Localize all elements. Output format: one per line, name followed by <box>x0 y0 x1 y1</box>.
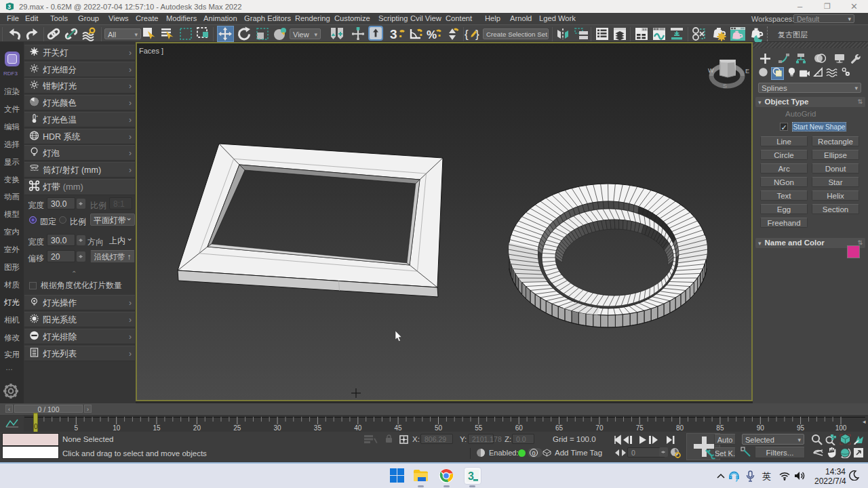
svg-text:75: 75 <box>636 424 644 432</box>
svg-text:3: 3 <box>390 27 397 41</box>
svg-text:3: 3 <box>468 470 474 482</box>
svg-text:}: } <box>475 28 479 41</box>
svg-text:70: 70 <box>595 424 604 432</box>
svg-text:100: 100 <box>835 424 847 432</box>
svg-text:50: 50 <box>435 424 443 432</box>
svg-text:Faces ]: Faces ] <box>139 47 163 55</box>
svg-text:60: 60 <box>515 424 524 432</box>
svg-text:+: + <box>36 115 38 118</box>
svg-text:{: { <box>465 28 469 41</box>
svg-text:85: 85 <box>716 424 724 432</box>
svg-text:25: 25 <box>233 424 241 432</box>
svg-text:15: 15 <box>153 424 161 432</box>
svg-text:35: 35 <box>314 424 322 432</box>
svg-text:E: E <box>745 68 749 75</box>
svg-text:20: 20 <box>193 424 201 432</box>
svg-text:95: 95 <box>797 424 805 432</box>
svg-text:S: S <box>723 83 727 89</box>
svg-text:90: 90 <box>757 424 765 432</box>
svg-text:5: 5 <box>75 424 79 432</box>
svg-text:80: 80 <box>676 424 684 432</box>
svg-text:3: 3 <box>7 3 11 10</box>
svg-text:10: 10 <box>113 424 121 432</box>
svg-text:65: 65 <box>555 424 564 432</box>
svg-text:W: W <box>708 67 714 74</box>
svg-text:40: 40 <box>354 424 362 432</box>
svg-text:%: % <box>427 28 437 41</box>
svg-text:45: 45 <box>395 424 403 432</box>
svg-text:30: 30 <box>274 424 282 432</box>
svg-text:55: 55 <box>475 424 483 432</box>
